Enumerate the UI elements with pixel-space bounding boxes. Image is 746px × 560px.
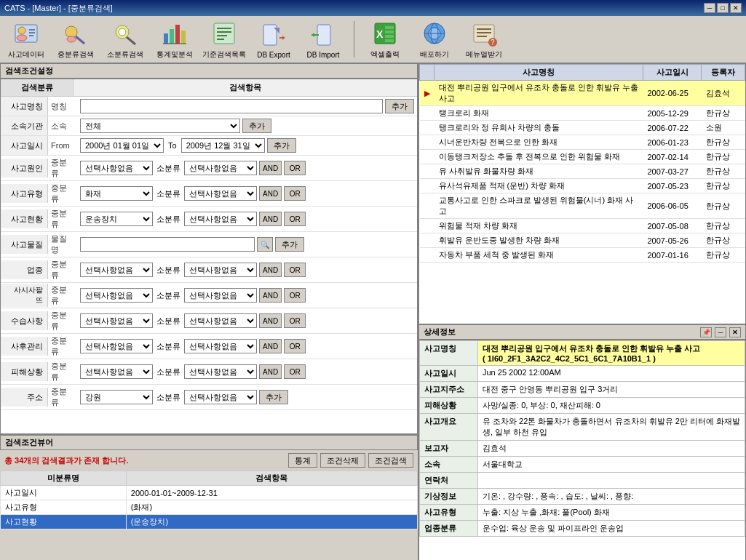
organization-select[interactable]: 전체 — [80, 119, 240, 133]
distribute-label: 배포하기 — [420, 49, 449, 60]
results-row[interactable]: 자동차 부품 세척 중 발생된 화재 2007-01-16 한규상 — [420, 248, 745, 263]
results-row[interactable]: 유사석유제품 적재 (운반) 차량 화재 2007-05-23 한규상 — [420, 179, 745, 193]
toolbar-accident-data[interactable]: 사고데이터 — [4, 19, 48, 60]
recovery-and-button[interactable]: AND — [259, 313, 282, 328]
toolbar-statistics[interactable]: 통계및분석 — [153, 19, 197, 60]
conditions-row[interactable]: 사고현황(운송장치) — [1, 515, 418, 529]
results-arrow — [420, 248, 434, 263]
organization-content: 전체 추가 — [77, 117, 417, 135]
special1-small-select[interactable]: 선택사항없음 — [184, 288, 257, 303]
results-row[interactable]: 위험물 적재 차량 화재 2007-05-08 한규상 — [420, 219, 745, 233]
delete-conditions-button[interactable]: 조건삭제 — [320, 453, 365, 468]
detail-row: 보고자김효석 — [420, 441, 745, 457]
statistics-button[interactable]: 통계 — [288, 453, 317, 468]
industry-and-button[interactable]: AND — [259, 263, 282, 277]
type-or-button[interactable]: OR — [284, 186, 306, 201]
recovery-or-button[interactable]: OR — [284, 313, 306, 328]
search-form: 검색분류 검색항목 사고명칭 명칭 추가 소속기관 소속 전체 — [0, 79, 418, 434]
std-search-label: 기준검색목록 — [202, 49, 246, 60]
toolbar-menu[interactable]: ? 메뉴얼받기 — [462, 19, 506, 60]
address-small-select[interactable]: 선택사항없음 — [184, 390, 257, 404]
toolbar-std-search[interactable]: 기준검색목록 — [202, 19, 246, 60]
cause-mid-select[interactable]: 선택사항없음 — [80, 161, 153, 175]
results-row[interactable]: 교통사고로 인한 스파크로 발생된 위험물(시너) 화재 사고 2006-06-… — [420, 193, 745, 219]
status-small-select[interactable]: 선택사항없음 — [184, 212, 257, 226]
results-row[interactable]: ▶ 대전 뿌리공원 입구에서 유조차 충돌로 인한 휘발유 누출사고 2002-… — [420, 81, 745, 106]
organization-add-button[interactable]: 추가 — [242, 119, 271, 133]
category-header: 검색분류 — [1, 79, 74, 96]
material-input[interactable] — [80, 237, 255, 252]
industry-mid-select[interactable]: 선택사항없음 — [80, 263, 153, 277]
followup-mid-select[interactable]: 선택사항없음 — [80, 339, 153, 353]
accident-name-input[interactable] — [80, 99, 383, 113]
svg-rect-34 — [385, 39, 394, 42]
damage-or-button[interactable]: OR — [284, 364, 306, 379]
middle-search-label: 중분류검색 — [57, 49, 94, 60]
special1-or-button[interactable]: OR — [284, 288, 306, 303]
special1-and-button[interactable]: AND — [259, 288, 282, 303]
detail-close-button[interactable]: ✕ — [729, 327, 741, 337]
results-row[interactable]: 유 사취발유 화물차량 화재 2007-03-27 한규상 — [420, 164, 745, 179]
followup-or-button[interactable]: OR — [284, 339, 306, 353]
address-mid-select[interactable]: 강원 — [80, 390, 153, 404]
special1-mid-select[interactable]: 선택사항없음 — [80, 288, 153, 303]
detail-min-button[interactable]: ─ — [715, 327, 726, 337]
detail-pin-button[interactable]: 📌 — [700, 327, 712, 337]
results-row[interactable]: 휘발유 운반도중 발생한 차량 화재 2007-05-26 한규상 — [420, 233, 745, 248]
status-and-button[interactable]: AND — [259, 212, 282, 226]
conditions-row[interactable]: 사고일시2000-01-01~2009-12-31 — [1, 486, 418, 500]
results-name: 유사석유제품 적재 (운반) 차량 화재 — [434, 179, 643, 193]
accident-type-sublabel: 중분류 — [48, 181, 77, 206]
results-arrow — [420, 233, 434, 248]
status-mid-select[interactable]: 운송장치 — [80, 212, 153, 226]
type-mid-select[interactable]: 화재 — [80, 186, 153, 201]
accident-date-add-button[interactable]: 추가 — [267, 138, 296, 153]
maximize-button[interactable]: □ — [717, 3, 729, 13]
damage-mid-select[interactable]: 선택사항없음 — [80, 364, 153, 379]
accident-cause-row: 사고원인 중분류 선택사항없음 소분류 선택사항없음 AND OR — [1, 156, 417, 181]
damage-small-select[interactable]: 선택사항없음 — [184, 364, 257, 379]
damage-label: 피해상황 — [1, 362, 48, 381]
type-small-select[interactable]: 선택사항없음 — [184, 186, 257, 201]
status-or-button[interactable]: OR — [284, 212, 306, 226]
cause-or-button[interactable]: OR — [284, 161, 306, 175]
svg-point-11 — [119, 28, 126, 36]
results-author: 한규상 — [702, 179, 745, 193]
recovery-mid-select[interactable]: 선택사항없음 — [80, 313, 153, 328]
toolbar-middle-search[interactable]: 중분류검색 — [54, 19, 98, 60]
toolbar-excel[interactable]: X 엑셀출력 — [363, 19, 407, 60]
results-row[interactable]: 탱크로리 화재 2005-12-29 한규상 — [420, 106, 745, 121]
address-add-button[interactable]: 추가 — [259, 390, 288, 404]
type-and-button[interactable]: AND — [259, 186, 282, 201]
toolbar-db-export[interactable]: DB Export — [252, 20, 295, 59]
cause-and-button[interactable]: AND — [259, 161, 282, 175]
search-conditions-button[interactable]: 조건검색 — [368, 453, 413, 468]
title-bar-buttons: ─ □ ✕ — [704, 3, 742, 13]
to-date-select[interactable]: 2009년 12월 31일 — [181, 138, 265, 153]
results-row[interactable]: 이동탱크저장소 추돌 후 전복으로 인한 위험물 화재 2007-02-14 한… — [420, 150, 745, 164]
minimize-button[interactable]: ─ — [704, 3, 715, 13]
results-list[interactable]: 사고명칭 사고일시 등록자 ▶ 대전 뿌리공원 입구에서 유조차 충돌로 인한 … — [418, 63, 746, 324]
results-name: 탱크로리와 정 유희사 차량의 충돌 — [434, 121, 643, 135]
cause-small-select[interactable]: 선택사항없음 — [184, 161, 257, 175]
recovery-small-select[interactable]: 선택사항없음 — [184, 313, 257, 328]
material-search-button[interactable]: 🔍 — [257, 237, 273, 252]
conditions-row[interactable]: 사고유형(화재) — [1, 500, 418, 515]
industry-small-select[interactable]: 선택사항없음 — [184, 263, 257, 277]
toolbar-db-import[interactable]: DB Import — [301, 20, 345, 59]
detail-field-value: 기온: , 강수량: , 풍속: , 습도: , 날씨: , 풍향: — [478, 489, 745, 505]
accident-name-add-button[interactable]: 추가 — [385, 99, 414, 113]
followup-small-select[interactable]: 선택사항없음 — [184, 339, 257, 353]
damage-and-button[interactable]: AND — [259, 364, 282, 379]
industry-or-button[interactable]: OR — [284, 263, 306, 277]
results-row[interactable]: 시너운반차량 전복으로 인한 화재 2006-01-23 한규상 — [420, 135, 745, 150]
results-col-author: 등록자 — [702, 65, 745, 81]
from-date-select[interactable]: 2000년 01월 01일 — [80, 138, 164, 153]
toolbar-small-search[interactable]: 소분류검색 — [103, 19, 147, 60]
svg-rect-14 — [175, 25, 180, 44]
material-add-button[interactable]: 추가 — [275, 237, 304, 252]
close-button[interactable]: ✕ — [730, 3, 742, 13]
followup-and-button[interactable]: AND — [259, 339, 282, 353]
results-row[interactable]: 탱크로리와 정 유희사 차량의 충돌 2006-07-22 소원 — [420, 121, 745, 135]
toolbar-distribute[interactable]: 배포하기 — [413, 19, 456, 60]
